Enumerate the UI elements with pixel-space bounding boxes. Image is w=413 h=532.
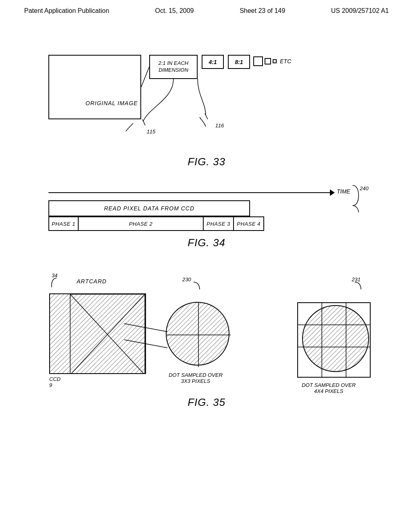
ccd-label: CCD (49, 376, 60, 382)
circle-231 (298, 301, 373, 376)
svg-rect-21 (165, 301, 230, 366)
dot-label-231: DOT SAMPLED OVER 4X4 PIXELS (286, 382, 371, 394)
header-patent-number: US 2009/257102 A1 (331, 7, 389, 15)
timeline-arrow-icon (330, 189, 335, 196)
phase1-box: PHASE 1 (48, 216, 79, 231)
fig33-diagram: ORIGINAL IMAGE 2:1 IN EACH DIMENSION 4:1… (24, 39, 389, 152)
ccd-outer-box (49, 293, 146, 374)
read-pixel-label: READ PIXEL DATA FROM CCD (104, 205, 194, 212)
timeline-area: 240 TIME READ PIXEL DATA FROM CCD PHASE … (24, 180, 389, 233)
phase3-box: PHASE 3 (204, 216, 234, 231)
time-label: TIME (337, 188, 350, 195)
ref-116: 116 (198, 115, 224, 129)
fig35-label: FIG. 35 (24, 396, 389, 409)
scale-icons: ETC (253, 56, 291, 66)
square-small-icon (273, 59, 277, 63)
original-image-box: ORIGINAL IMAGE (48, 55, 141, 119)
fig33-label: FIG. 33 (24, 156, 389, 168)
dim-label: 2:1 IN EACH DIMENSION (159, 60, 188, 74)
ratio-8-label: 8:1 (235, 59, 243, 65)
main-content: ORIGINAL IMAGE 2:1 IN EACH DIMENSION 4:1… (0, 19, 413, 429)
circle-230 (165, 301, 230, 366)
fig35-diagram: 34 ARTCARD (24, 261, 389, 394)
ref-34: 34 (52, 272, 57, 278)
etc-label: ETC (280, 58, 291, 64)
header-sheet: Sheet 23 of 149 (240, 7, 285, 15)
artcard-area: 34 ARTCARD (24, 261, 389, 394)
phase2-box: PHASE 2 (79, 216, 204, 231)
header-publication: Patent Application Publication (24, 7, 109, 15)
dot-label-230: DOT SAMPLED OVER 3X3 PIXELS (155, 372, 236, 384)
svg-rect-14 (50, 294, 70, 373)
ref-231: 231 (352, 276, 361, 283)
ratio-4-label: 4:1 (209, 59, 217, 65)
fig34-label: FIG. 34 (24, 237, 389, 249)
square-large-icon (253, 56, 263, 66)
square-medium-icon (265, 58, 271, 64)
phase-row: PHASE 1 PHASE 2 PHASE 3 PHASE 4 (48, 216, 264, 231)
timeline-line (48, 192, 331, 193)
header-date: Oct. 15, 2009 (155, 7, 194, 15)
svg-rect-25 (298, 301, 373, 376)
ref-9: 9 (49, 382, 52, 388)
original-image-label: ORIGINAL IMAGE (86, 100, 138, 106)
ref-230: 230 (182, 276, 191, 283)
phase4-box: PHASE 4 (234, 216, 264, 231)
artcard-label: ARTCARD (77, 278, 106, 285)
ratio-4-box: 4:1 (202, 55, 224, 69)
fig34-diagram: 240 TIME READ PIXEL DATA FROM CCD PHASE … (24, 180, 389, 233)
ref-115: 115 (125, 121, 155, 135)
dim-box: 2:1 IN EACH DIMENSION (149, 55, 198, 79)
page-header: Patent Application Publication Oct. 15, … (0, 0, 413, 19)
svg-line-0 (141, 67, 149, 87)
read-pixel-box: READ PIXEL DATA FROM CCD (48, 200, 250, 216)
ratio-8-box: 8:1 (228, 55, 250, 69)
